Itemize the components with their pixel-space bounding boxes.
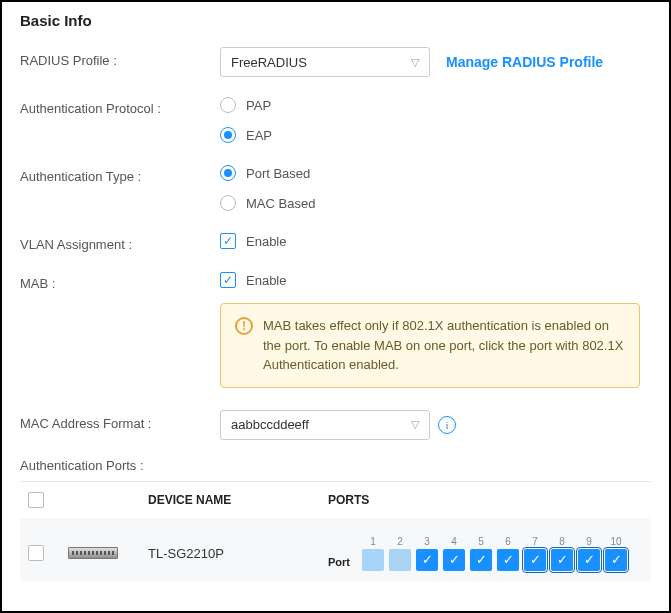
select-all-checkbox[interactable]: ✓ <box>28 492 44 508</box>
port-number: 7 <box>524 536 546 547</box>
radius-profile-label: RADIUS Profile : <box>20 47 220 68</box>
section-title: Basic Info <box>20 12 651 29</box>
radio-port-based[interactable]: Port Based <box>220 163 651 183</box>
mab-enable-label: Enable <box>246 273 286 288</box>
port-box-5[interactable]: ✓ <box>470 549 492 571</box>
port-box-2[interactable] <box>389 549 411 571</box>
port-number: 8 <box>551 536 573 547</box>
port-box-7[interactable]: ✓ <box>524 549 546 571</box>
port-number: 2 <box>389 536 411 547</box>
table-row: ✓ TL-SG2210P Port 12345678910 ✓✓✓✓✓✓✓✓ <box>20 518 651 581</box>
mac-format-select[interactable]: aabbccddeeff ▽ <box>220 410 430 440</box>
row-vlan: VLAN Assignment : ✓ Enable <box>20 231 651 252</box>
warning-icon: ! <box>235 317 253 335</box>
mab-alert: ! MAB takes effect only if 802.1X authen… <box>220 303 640 388</box>
radio-pap-label: PAP <box>246 98 271 113</box>
port-number: 5 <box>470 536 492 547</box>
port-number: 9 <box>578 536 600 547</box>
port-number: 1 <box>362 536 384 547</box>
auth-ports-label: Authentication Ports : <box>20 458 651 473</box>
port-box-4[interactable]: ✓ <box>443 549 465 571</box>
mab-alert-text: MAB takes effect only if 802.1X authenti… <box>263 316 625 375</box>
port-number: 4 <box>443 536 465 547</box>
radio-eap-label: EAP <box>246 128 272 143</box>
mab-label: MAB : <box>20 270 220 291</box>
vlan-checkbox[interactable]: ✓ Enable <box>220 231 651 251</box>
row-auth-protocol: Authentication Protocol : PAP EAP <box>20 95 651 145</box>
info-icon[interactable]: i <box>438 416 456 434</box>
switch-device-icon <box>68 547 118 559</box>
radio-icon <box>220 97 236 113</box>
vlan-label: VLAN Assignment : <box>20 231 220 252</box>
radius-profile-value: FreeRADIUS <box>231 55 307 70</box>
radius-profile-select[interactable]: FreeRADIUS ▽ <box>220 47 430 77</box>
radio-pap[interactable]: PAP <box>220 95 651 115</box>
auth-type-label: Authentication Type : <box>20 163 220 184</box>
port-box-8[interactable]: ✓ <box>551 549 573 571</box>
row-mac-format: MAC Address Format : aabbccddeeff ▽ i <box>20 410 651 440</box>
radio-mac-based-label: MAC Based <box>246 196 315 211</box>
device-name-cell: TL-SG2210P <box>148 546 328 561</box>
port-box-3[interactable]: ✓ <box>416 549 438 571</box>
row-mab: MAB : ✓ Enable <box>20 270 651 291</box>
header-device-name: DEVICE NAME <box>148 493 328 507</box>
manage-radius-link[interactable]: Manage RADIUS Profile <box>446 54 603 70</box>
checkbox-icon: ✓ <box>220 233 236 249</box>
row-auth-type: Authentication Type : Port Based MAC Bas… <box>20 163 651 213</box>
radio-port-based-label: Port Based <box>246 166 310 181</box>
port-number: 3 <box>416 536 438 547</box>
radio-icon <box>220 195 236 211</box>
mab-checkbox[interactable]: ✓ Enable <box>220 270 651 290</box>
port-box-10[interactable]: ✓ <box>605 549 627 571</box>
vlan-enable-label: Enable <box>246 234 286 249</box>
radio-icon <box>220 165 236 181</box>
mac-format-label: MAC Address Format : <box>20 410 220 431</box>
checkbox-icon: ✓ <box>220 272 236 288</box>
port-row-label: Port <box>328 556 350 571</box>
radio-icon <box>220 127 236 143</box>
port-box-9[interactable]: ✓ <box>578 549 600 571</box>
row-checkbox[interactable]: ✓ <box>28 545 44 561</box>
row-radius-profile: RADIUS Profile : FreeRADIUS ▽ Manage RAD… <box>20 47 651 77</box>
auth-protocol-label: Authentication Protocol : <box>20 95 220 116</box>
port-box-1[interactable] <box>362 549 384 571</box>
chevron-down-icon: ▽ <box>411 418 419 431</box>
chevron-down-icon: ▽ <box>411 56 419 69</box>
radio-mac-based[interactable]: MAC Based <box>220 193 651 213</box>
port-box-6[interactable]: ✓ <box>497 549 519 571</box>
table-header: ✓ DEVICE NAME PORTS <box>20 481 651 518</box>
port-number: 6 <box>497 536 519 547</box>
port-number: 10 <box>605 536 627 547</box>
radio-eap[interactable]: EAP <box>220 125 651 145</box>
header-ports: PORTS <box>328 493 643 507</box>
mac-format-value: aabbccddeeff <box>231 417 309 432</box>
